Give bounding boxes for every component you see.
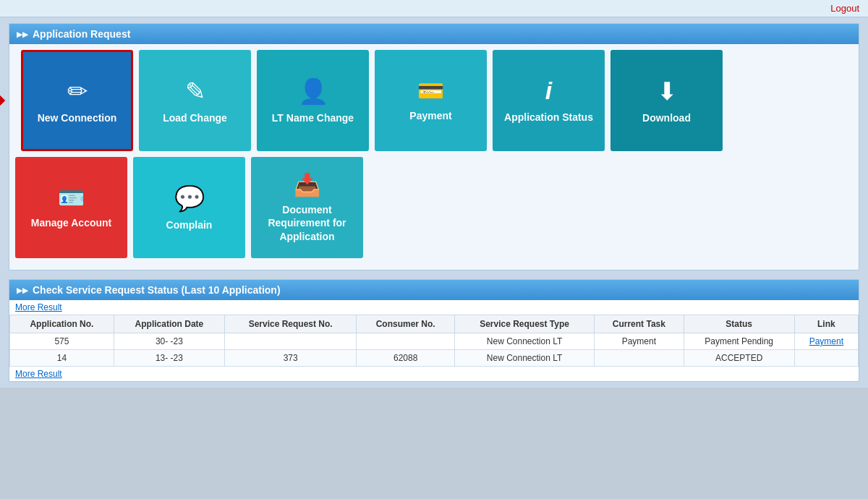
cell-app-date: 13- -23 bbox=[114, 350, 224, 367]
tile-download[interactable]: ⬇ Download bbox=[610, 50, 723, 151]
cell-service-req-no: 373 bbox=[224, 350, 356, 367]
manage-account-icon: 🪪 bbox=[58, 185, 85, 210]
application-status-label: Application Status bbox=[504, 111, 593, 124]
check-service-section: Check Service Request Status (Last 10 Ap… bbox=[9, 279, 859, 382]
document-requirement-icon: 📥 bbox=[294, 172, 320, 197]
application-request-header: Application Request bbox=[9, 24, 859, 44]
payment-label: Payment bbox=[409, 109, 451, 122]
complain-icon: 💬 bbox=[174, 184, 205, 213]
load-change-label: Load Change bbox=[163, 111, 227, 124]
table-row: 1413- -2337362088New Connection LTACCEPT… bbox=[10, 350, 859, 367]
manage-account-label: Manage Account bbox=[31, 216, 112, 229]
col-app-no: Application No. bbox=[10, 315, 114, 333]
more-result-top[interactable]: More Result bbox=[9, 300, 859, 315]
application-request-title: Application Request bbox=[33, 28, 130, 40]
cell-link bbox=[794, 350, 858, 367]
tile-new-connection[interactable]: ✏ New Connection bbox=[21, 50, 133, 151]
cell-service-req-type: New Connection LT bbox=[455, 333, 595, 350]
cell-link[interactable]: Payment bbox=[794, 333, 858, 350]
table-header-row: Application No. Application Date Service… bbox=[10, 315, 859, 333]
cell-app-no: 575 bbox=[10, 333, 114, 350]
cell-consumer-no: 62088 bbox=[357, 350, 455, 367]
payment-icon: 💳 bbox=[417, 78, 444, 103]
check-service-title: Check Service Request Status (Last 10 Ap… bbox=[33, 284, 281, 296]
tiles-row-1: ➔ ✏ New Connection ✎ Load Change 👤 LT Na… bbox=[15, 50, 853, 151]
service-request-table: Application No. Application Date Service… bbox=[9, 315, 859, 367]
check-service-header: Check Service Request Status (Last 10 Ap… bbox=[9, 280, 859, 300]
logout-link[interactable]: Logout bbox=[830, 3, 859, 14]
cell-status: ACCEPTED bbox=[684, 350, 794, 367]
cell-app-date: 30- -23 bbox=[114, 333, 224, 350]
cell-app-no: 14 bbox=[10, 350, 114, 367]
cell-consumer-no bbox=[357, 333, 455, 350]
application-request-section: Application Request ➔ ✏ New Connection ✎… bbox=[9, 23, 859, 270]
tile-load-change[interactable]: ✎ Load Change bbox=[139, 50, 251, 151]
cell-current-task bbox=[595, 350, 684, 367]
tile-lt-name-change[interactable]: 👤 LT Name Change bbox=[257, 50, 369, 151]
lt-name-change-label: LT Name Change bbox=[272, 111, 354, 124]
col-service-req-no: Service Request No. bbox=[224, 315, 356, 333]
application-status-icon: i bbox=[545, 77, 552, 105]
cell-current-task: Payment bbox=[595, 333, 684, 350]
new-connection-icon: ✏ bbox=[67, 77, 88, 106]
document-requirement-label: Document Requirement for Application bbox=[258, 203, 356, 243]
new-connection-label: New Connection bbox=[38, 111, 117, 124]
top-bar: Logout bbox=[0, 0, 868, 17]
col-link: Link bbox=[794, 315, 858, 333]
table-body: 57530- -23New Connection LTPaymentPaymen… bbox=[10, 333, 859, 367]
tile-manage-account[interactable]: 🪪 Manage Account bbox=[15, 157, 127, 258]
lt-name-change-icon: 👤 bbox=[298, 77, 328, 106]
tile-document-requirement[interactable]: 📥 Document Requirement for Application bbox=[251, 157, 363, 258]
tile-payment[interactable]: 💳 Payment bbox=[375, 50, 487, 151]
main-content: Application Request ➔ ✏ New Connection ✎… bbox=[0, 17, 868, 388]
tiles-row-2: 🪪 Manage Account 💬 Complain 📥 Document R… bbox=[15, 157, 853, 258]
col-current-task: Current Task bbox=[595, 315, 684, 333]
complain-label: Complain bbox=[166, 218, 213, 231]
bottom-area bbox=[0, 388, 868, 499]
cell-service-req-no bbox=[224, 333, 356, 350]
more-result-bottom[interactable]: More Result bbox=[9, 367, 859, 381]
tile-complain[interactable]: 💬 Complain bbox=[133, 157, 245, 258]
cell-status: Payment Pending bbox=[684, 333, 794, 350]
col-consumer-no: Consumer No. bbox=[357, 315, 455, 333]
load-change-icon: ✎ bbox=[185, 77, 205, 106]
download-label: Download bbox=[642, 111, 691, 124]
download-icon: ⬇ bbox=[657, 77, 677, 106]
col-app-date: Application Date bbox=[114, 315, 224, 333]
col-status: Status bbox=[684, 315, 794, 333]
cell-service-req-type: New Connection LT bbox=[455, 350, 595, 367]
arrow-indicator: ➔ bbox=[0, 85, 5, 116]
col-service-req-type: Service Request Type bbox=[455, 315, 595, 333]
tiles-container: ➔ ✏ New Connection ✎ Load Change 👤 LT Na… bbox=[9, 44, 859, 270]
tile-application-status[interactable]: i Application Status bbox=[493, 50, 605, 151]
table-row: 57530- -23New Connection LTPaymentPaymen… bbox=[10, 333, 859, 350]
